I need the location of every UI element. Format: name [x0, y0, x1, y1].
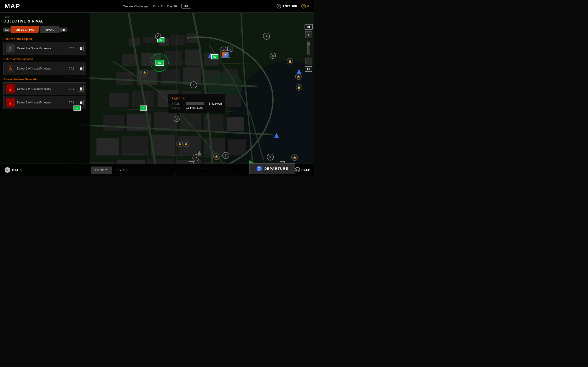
lock-road-1[interactable]: 🔒	[176, 141, 183, 147]
objective-group-bastards: Return of the Bastards Defeat 2 of 3 spe…	[3, 58, 86, 75]
page-title: MAP	[5, 2, 20, 10]
help-area[interactable]: LS HELP	[295, 167, 310, 172]
question-marker-bottom-left[interactable]: ?	[192, 154, 199, 161]
clipboard-newgen-2[interactable]: 📋	[78, 100, 84, 105]
svg-point-62	[9, 68, 11, 71]
question-marker-bottom-right[interactable]: ?	[267, 154, 274, 161]
header: MAP On-time Challenger D-Lv. 2 Day 16 TU…	[0, 0, 314, 13]
question-marker-top-right[interactable]: ?	[263, 33, 270, 40]
ls-icon: LS	[295, 167, 300, 172]
clock-icon: ⊙	[155, 33, 161, 39]
obj-text-bastards-1: Defeat 2 of 3 specific teams	[17, 67, 66, 70]
clock-icon-3: ⊙	[270, 53, 276, 59]
departure-button[interactable]: X DEPARTURE	[250, 163, 295, 174]
filter-button[interactable]: FILTER	[91, 167, 112, 174]
lock-icon-road-2: 🔒	[183, 141, 189, 147]
currency-value: 1,921,100	[283, 4, 297, 8]
lock-marker-1[interactable]: 🔒	[287, 58, 293, 65]
question-icon-2: ?	[190, 81, 197, 88]
obj-progress-bastards-1: 0 / 2	[69, 67, 74, 70]
tab-rival-button[interactable]: RIVAL	[40, 26, 60, 33]
obj-icon-rebirth	[6, 44, 15, 53]
main-in-label[interactable]: IN	[156, 60, 164, 66]
clipboard-newgen-1[interactable]: 📋	[78, 86, 84, 92]
tab-objective-button[interactable]: OBJECTIVE	[10, 26, 40, 33]
zoom-slider[interactable]	[307, 41, 310, 55]
main-in-marker-container[interactable]: IN	[150, 53, 169, 72]
lock-icon-road-1: 🔒	[176, 141, 183, 147]
svg-rect-29	[180, 114, 201, 131]
x-button-icon: X	[257, 166, 262, 171]
clipboard-rebirth-1[interactable]: 📋	[78, 46, 84, 51]
group-title-bastards: Return of the Bastards	[3, 58, 86, 61]
list-label: LIST	[3, 16, 86, 19]
lock-bottom-center[interactable]: 🔒	[213, 153, 220, 160]
clipboard-bastards-1[interactable]: 📋	[78, 66, 84, 71]
day-value: 16	[173, 5, 177, 8]
ramp-popup: RAMP IN NAME Shibakoen Course: C1 Inner …	[168, 94, 226, 113]
question-icon-4: ?	[267, 154, 274, 161]
b-icon: B	[301, 4, 306, 8]
day-info: Day 16	[167, 5, 177, 8]
lock-icon: 🔒	[287, 58, 293, 65]
svg-rect-13	[116, 72, 133, 85]
lock-icon-br: 🔒	[291, 154, 298, 161]
dlv-value: 2	[161, 5, 163, 8]
back-button[interactable]: B BACK	[5, 167, 22, 173]
departure-area: X DEPARTURE	[250, 163, 295, 174]
challenge-label: On-time Challenger	[123, 5, 149, 8]
header-center-info: On-time Challenger D-Lv. 2 Day 16 TUE	[123, 4, 191, 8]
question-icon: ?	[263, 33, 270, 40]
svg-rect-33	[122, 136, 148, 156]
ramp-name-value: Shibakoen	[209, 102, 222, 105]
in-marker-left-center[interactable]: IN	[140, 106, 147, 110]
lock-road-2[interactable]: 🔒	[183, 141, 189, 147]
motorcycle-marker[interactable]: ⊕	[174, 116, 180, 122]
objective-item-newgen-1[interactable]: ○ Defeat 1 of 4 specific teams 0 / 1 📋	[3, 82, 86, 95]
svg-rect-32	[96, 138, 119, 156]
obj-icon-newgen-1: ○	[6, 84, 15, 93]
back-label: BACK	[12, 168, 22, 172]
svg-point-59	[7, 45, 14, 52]
question-marker-center[interactable]: ?	[190, 81, 197, 88]
question-icon-3: ?	[222, 152, 229, 159]
clock-marker-top[interactable]: ⊙	[155, 33, 161, 39]
svg-rect-34	[151, 135, 175, 156]
b-value: 6	[307, 4, 309, 8]
in-marker-far-left[interactable]: IN	[73, 106, 81, 110]
rt-button[interactable]: RT	[304, 24, 313, 30]
lt-button[interactable]: LT	[305, 66, 312, 72]
filter-count: 117/117	[116, 168, 128, 172]
ramp-name-label: NAME	[172, 102, 183, 105]
special-icon[interactable]: ▲	[221, 50, 230, 58]
lock-marker-2[interactable]: 🔒	[295, 73, 302, 80]
currency-display: © 1,921,100	[277, 4, 297, 8]
zoom-out-button[interactable]: −	[305, 58, 312, 65]
svg-rect-31	[227, 117, 244, 131]
svg-rect-26	[103, 115, 124, 131]
lb-badge: LB	[3, 27, 10, 32]
lock-bottom-right[interactable]: 🔒	[291, 154, 298, 161]
ramp-course-label: Course:	[172, 106, 183, 109]
svg-rect-6	[170, 35, 185, 45]
obj-text-newgen-1: Defeat 1 of 4 specific teams	[17, 87, 66, 90]
objective-group-newgen: Rise of the New Generation ○ Defeat 1 of…	[3, 78, 86, 109]
filter-section: FILTER 117/117	[91, 167, 128, 174]
svg-rect-11	[185, 50, 201, 66]
obj-progress-newgen-1: 0 / 1	[69, 87, 74, 90]
svg-rect-2	[273, 77, 314, 176]
sidebar: LIST OBJECTIVE & RIVAL LB OBJECTIVE RIVA…	[0, 13, 90, 164]
question-marker-bottom-center[interactable]: ?	[222, 152, 229, 159]
group-title-rebirth: Rebirth of the Legend	[3, 37, 86, 41]
objective-item-rebirth-1[interactable]: Defeat 2 of 3 specific teams 0 / 2 📋	[3, 42, 86, 55]
svg-rect-30	[204, 115, 224, 131]
svg-rect-37	[228, 140, 246, 156]
lock-icon-bc: 🔒	[213, 153, 220, 160]
obj-progress-newgen-2: 0 / 2	[69, 101, 74, 104]
in-marker-right[interactable]: IN	[211, 54, 218, 59]
lock-marker-3[interactable]: 🔒	[296, 84, 302, 91]
lock-left-path[interactable]: 🔒	[141, 69, 148, 76]
objective-item-bastards-1[interactable]: Defeat 2 of 3 specific teams 0 / 2 📋	[3, 62, 86, 75]
clock-marker-far-right[interactable]: ⊙	[270, 53, 276, 59]
zoom-in-button[interactable]: +	[305, 31, 312, 38]
